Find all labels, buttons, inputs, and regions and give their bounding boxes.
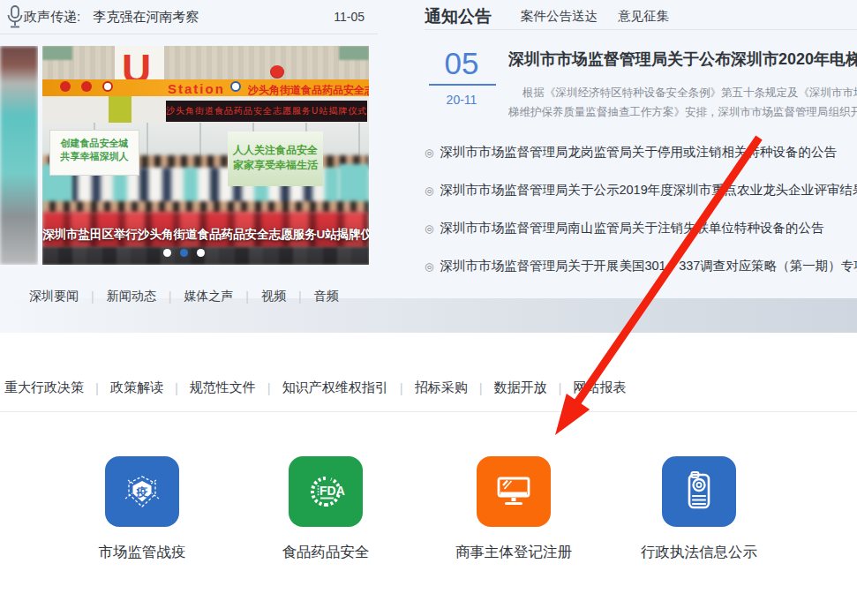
tab-opinion-solicitation[interactable]: 意见征集 xyxy=(618,8,669,25)
ticker-headline-link[interactable]: 李克强在河南考察 xyxy=(93,9,199,26)
bullet-icon: ◎ xyxy=(425,222,433,235)
notice-list-item[interactable]: ◎深圳市市场监督管理局关于公示2019年度深圳市重点农业龙头企业评审结果的公告 xyxy=(425,182,857,199)
notice-list-item[interactable]: ◎深圳市市场监督管理局龙岗监管局关于停用或注销相关特种设备的公告 xyxy=(425,144,857,161)
separator: | xyxy=(267,380,271,395)
notice-list-item[interactable]: ◎深圳市市场监督管理局南山监管局关于注销失联单位特种设备的公告 xyxy=(425,220,857,237)
microphone-icon xyxy=(4,4,26,29)
carousel-dot-2-active[interactable] xyxy=(180,249,188,257)
tab-case-announcements[interactable]: 案件公告送达 xyxy=(521,8,598,25)
service-market-supervision-epidemic[interactable]: 疫 市场监管战疫 xyxy=(54,456,230,562)
carousel-photo[interactable]: U Station 沙头角街道食品药品安全志愿 沙头角街道食品药品安全志愿服务U… xyxy=(42,46,369,265)
svg-text:FDA: FDA xyxy=(319,484,345,498)
carousel-dots xyxy=(163,249,205,257)
news-nav-shenzhen-news[interactable]: 深圳要闻 xyxy=(29,289,79,304)
bullet-icon: ◎ xyxy=(425,260,433,273)
photo-building-wall xyxy=(42,46,369,79)
carousel-previous-slide-art xyxy=(0,46,38,265)
news-nav: 深圳要闻 | 新闻动态 | 媒体之声 | 视频 | 音频 xyxy=(29,289,339,304)
news-nav-media-voice[interactable]: 媒体之声 xyxy=(184,289,233,304)
separator: | xyxy=(298,289,302,304)
photo-shield-emblem-icon xyxy=(102,81,113,92)
svg-text:疫: 疫 xyxy=(136,485,149,499)
featured-date: 20-11 xyxy=(426,93,497,107)
bullet-icon: ◎ xyxy=(425,184,433,197)
news-nav-video[interactable]: 视频 xyxy=(261,289,286,304)
page: 政声传递: 李克强在河南考察 11-05 U Station 沙头角街道食品药品… xyxy=(0,0,857,616)
service-food-drug-safety[interactable]: FDA 食品药品安全 xyxy=(237,456,414,562)
photo-led-sign: 沙头角街道食品药品安全志愿服务U站揭牌仪式 xyxy=(166,101,367,122)
carousel-dot-1[interactable] xyxy=(163,249,171,257)
photo-window-left xyxy=(42,46,72,60)
photo-emblem-icon xyxy=(60,81,71,92)
policy-nav-bidding[interactable]: 招标采购 xyxy=(415,379,468,396)
separator: | xyxy=(245,289,249,304)
featured-notice-title[interactable]: 深圳市市场监督管理局关于公布深圳市2020年电梯维护保养质量监督抽查结果的通告 xyxy=(508,49,857,70)
photo-flower-emblem-icon xyxy=(81,81,92,92)
photo-left-poster-line2: 共享幸福深圳人 xyxy=(50,150,139,163)
policy-nav: 重大行政决策 | 政策解读 | 规范性文件 | 知识产权维权指引 | 招标采购 … xyxy=(4,379,626,396)
news-nav-news-updates[interactable]: 新闻动态 xyxy=(107,289,156,304)
photo-led-text: 沙头角街道食品药品安全志愿服务U站揭牌仪式 xyxy=(166,105,367,117)
photo-right-poster-line1: 人人关注食品安全 xyxy=(228,143,323,158)
service-label: 市场监管战疫 xyxy=(54,543,230,562)
news-nav-audio[interactable]: 音频 xyxy=(314,289,339,304)
carousel-previous-slide[interactable] xyxy=(0,46,38,265)
carousel-dot-3[interactable] xyxy=(197,249,205,257)
service-label: 行政执法信息公示 xyxy=(611,543,787,562)
separator: | xyxy=(400,380,403,395)
carousel-caption[interactable]: 深圳市盐田区举行沙头角街道食品药品安全志愿服务U站揭牌仪式 xyxy=(42,227,369,243)
ticker-label: 政声传递: xyxy=(24,9,80,26)
tab-notices[interactable]: 通知公告 xyxy=(425,5,492,28)
photo-right-poster: 人人关注食品安全 家家享受幸福生活 xyxy=(228,131,323,186)
epidemic-shield-icon: 疫 xyxy=(105,456,179,527)
ticker-divider xyxy=(0,34,378,34)
news-ticker: 政声传递: 李克强在河南考察 11-05 xyxy=(0,0,378,34)
photo-station-text: Station xyxy=(168,81,225,96)
monitor-icon xyxy=(477,456,551,527)
photo-left-poster: 创建食品安全城 共享幸福深圳人 xyxy=(49,130,139,176)
photo-ribbon-flower xyxy=(270,65,284,79)
notice-item-text: 深圳市市场监督管理局龙岗监管局关于停用或注销相关特种设备的公告 xyxy=(440,145,837,159)
separator: | xyxy=(479,380,483,395)
featured-day: 05 xyxy=(426,46,497,81)
intercom-icon xyxy=(662,456,736,527)
policy-nav-policy-interpretation[interactable]: 政策解读 xyxy=(110,379,163,396)
photo-window-right xyxy=(339,46,369,60)
service-label: 商事主体登记注册 xyxy=(425,543,602,562)
service-label: 食品药品安全 xyxy=(237,543,414,562)
service-business-registration[interactable]: 商事主体登记注册 xyxy=(425,456,602,562)
notice-item-text: 深圳市市场监督管理局南山监管局关于注销失联单位特种设备的公告 xyxy=(440,221,823,235)
notice-list-item[interactable]: ◎深圳市市场监督管理局关于开展美国301、337调查对应策略（第一期）专项培训的… xyxy=(425,258,857,274)
policy-nav-site-reports[interactable]: 网站报表 xyxy=(573,379,626,396)
separator: | xyxy=(559,380,562,395)
fda-wreath-icon: FDA xyxy=(289,456,363,527)
photo-left-poster-line1: 创建食品安全城 xyxy=(50,137,139,150)
featured-date-underline xyxy=(429,84,496,86)
featured-summary-line1: 根据《深圳经济特区特种设备安全条例》第五十条规定及《深圳市市场监督管理局电 xyxy=(522,86,857,100)
separator: | xyxy=(169,289,172,304)
section-divider xyxy=(0,411,857,412)
photo-round-logo xyxy=(230,81,241,92)
service-law-enforcement-disclosure[interactable]: 行政执法信息公示 xyxy=(611,456,787,562)
notice-item-text: 深圳市市场监督管理局关于开展美国301、337调查对应策略（第一期）专项培训的通… xyxy=(440,259,857,273)
separator: | xyxy=(175,380,178,395)
photo-right-poster-line2: 家家享受幸福生活 xyxy=(228,158,323,173)
ticker-date: 11-05 xyxy=(334,10,365,24)
separator: | xyxy=(91,289,94,304)
bullet-icon: ◎ xyxy=(425,146,433,159)
separator: | xyxy=(95,380,99,395)
featured-summary-line2: 梯维护保养质量监督抽查工作方案》安排，深圳市市场监督管理局组织开展了电梯维护 xyxy=(508,105,857,119)
policy-nav-normative-documents[interactable]: 规范性文件 xyxy=(190,379,256,396)
notices-divider xyxy=(425,29,857,30)
policy-nav-open-data[interactable]: 数据开放 xyxy=(494,379,547,396)
notice-item-text: 深圳市市场监督管理局关于公示2019年度深圳市重点农业龙头企业评审结果的公告 xyxy=(440,183,857,197)
policy-nav-ip-rights-guide[interactable]: 知识产权维权指引 xyxy=(282,379,388,396)
policy-nav-major-decisions[interactable]: 重大行政决策 xyxy=(4,379,84,396)
